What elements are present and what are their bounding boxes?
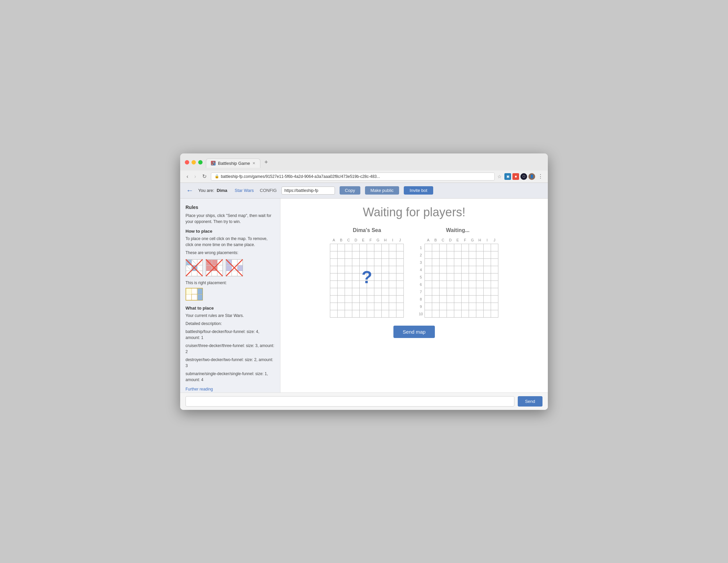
grid-cell[interactable] <box>424 296 432 303</box>
grid-cell[interactable] <box>352 251 360 259</box>
grid-cell[interactable] <box>461 251 469 259</box>
make-public-button[interactable]: Make public <box>365 186 399 195</box>
grid-cell[interactable] <box>469 310 476 318</box>
grid-cell[interactable] <box>360 310 367 318</box>
grid-cell[interactable] <box>389 303 396 310</box>
grid-cell[interactable] <box>491 281 498 288</box>
grid-cell[interactable] <box>374 296 382 303</box>
grid-cell[interactable] <box>424 310 432 318</box>
grid-cell[interactable] <box>382 251 389 259</box>
grid-cell[interactable] <box>374 266 382 273</box>
grid-cell[interactable] <box>345 281 352 288</box>
grid-cell[interactable] <box>483 259 491 266</box>
grid-cell[interactable] <box>367 259 374 266</box>
grid-cell[interactable] <box>461 244 469 251</box>
grid-cell[interactable] <box>424 266 432 273</box>
grid-cell[interactable] <box>382 288 389 296</box>
send-chat-button[interactable]: Send <box>518 396 542 407</box>
grid-cell[interactable] <box>491 266 498 273</box>
grid-cell[interactable] <box>374 251 382 259</box>
grid-cell[interactable] <box>330 288 338 296</box>
grid-cell[interactable] <box>330 281 338 288</box>
grid-cell[interactable] <box>424 281 432 288</box>
grid-cell[interactable] <box>454 266 461 273</box>
reload-button[interactable]: ↻ <box>201 173 208 180</box>
grid-cell[interactable] <box>330 259 338 266</box>
grid-cell[interactable] <box>483 296 491 303</box>
grid-cell[interactable] <box>469 244 476 251</box>
grid-cell[interactable] <box>360 259 367 266</box>
minimize-button[interactable] <box>192 160 196 164</box>
grid-cell[interactable] <box>447 281 454 288</box>
grid-cell[interactable] <box>439 251 447 259</box>
grid-cell[interactable] <box>389 251 396 259</box>
user-avatar[interactable]: 👤 <box>528 173 535 180</box>
grid-cell[interactable] <box>330 310 338 318</box>
grid-cell[interactable] <box>424 288 432 296</box>
grid-cell[interactable] <box>483 273 491 281</box>
grid-cell[interactable] <box>439 244 447 251</box>
back-to-lobby-button[interactable]: ← <box>186 186 194 195</box>
grid-cell[interactable] <box>389 288 396 296</box>
browser-menu-button[interactable]: ⋮ <box>538 173 543 180</box>
grid-cell[interactable] <box>330 244 338 251</box>
grid-cell[interactable] <box>491 251 498 259</box>
chat-input[interactable] <box>186 396 514 407</box>
grid-cell[interactable] <box>338 259 345 266</box>
grid-cell[interactable] <box>352 259 360 266</box>
grid-cell[interactable] <box>432 310 439 318</box>
grid-cell[interactable] <box>330 266 338 273</box>
grid-cell[interactable] <box>389 296 396 303</box>
grid-cell[interactable] <box>447 251 454 259</box>
grid-cell[interactable] <box>491 303 498 310</box>
grid-cell[interactable] <box>345 273 352 281</box>
grid-cell[interactable] <box>432 251 439 259</box>
grid-cell[interactable] <box>382 281 389 288</box>
new-tab-button[interactable]: + <box>261 157 271 168</box>
grid-cell[interactable] <box>461 288 469 296</box>
grid-cell[interactable] <box>367 303 374 310</box>
grid-cell[interactable] <box>439 281 447 288</box>
grid-cell[interactable] <box>345 251 352 259</box>
grid-cell[interactable] <box>476 303 483 310</box>
grid-cell[interactable] <box>360 244 367 251</box>
grid-cell[interactable] <box>338 310 345 318</box>
grid-cell[interactable] <box>476 266 483 273</box>
grid-cell[interactable] <box>374 281 382 288</box>
grid-cell[interactable] <box>439 296 447 303</box>
grid-cell[interactable] <box>396 251 404 259</box>
grid-cell[interactable] <box>389 281 396 288</box>
grid-cell[interactable] <box>338 296 345 303</box>
grid-cell[interactable] <box>461 273 469 281</box>
grid-cell[interactable] <box>439 310 447 318</box>
grid-cell[interactable] <box>382 259 389 266</box>
grid-cell[interactable] <box>491 273 498 281</box>
grid-cell[interactable] <box>454 273 461 281</box>
grid-cell[interactable] <box>389 310 396 318</box>
grid-cell[interactable] <box>396 273 404 281</box>
grid-cell[interactable] <box>439 266 447 273</box>
grid-cell[interactable] <box>424 244 432 251</box>
grid-cell[interactable] <box>352 288 360 296</box>
grid-cell[interactable] <box>382 244 389 251</box>
grid-cell[interactable] <box>454 281 461 288</box>
grid-cell[interactable] <box>352 244 360 251</box>
grid-cell[interactable] <box>439 303 447 310</box>
grid-cell[interactable] <box>345 310 352 318</box>
ext-icon-2[interactable]: ■ <box>512 173 519 180</box>
invite-bot-button[interactable]: Invite bot <box>404 186 434 195</box>
grid-cell[interactable] <box>476 273 483 281</box>
grid-cell[interactable] <box>439 273 447 281</box>
grid-cell[interactable] <box>461 259 469 266</box>
grid-cell[interactable] <box>424 259 432 266</box>
address-input[interactable]: 🔒 battleship-fp.com/games/91527e11-5f6b-… <box>211 173 495 181</box>
grid-cell[interactable] <box>454 296 461 303</box>
grid-cell[interactable] <box>447 288 454 296</box>
grid-cell[interactable] <box>382 273 389 281</box>
grid-cell[interactable] <box>345 288 352 296</box>
grid-cell[interactable] <box>389 273 396 281</box>
grid-cell[interactable] <box>454 303 461 310</box>
grid-cell[interactable] <box>447 303 454 310</box>
grid-cell[interactable] <box>338 244 345 251</box>
grid-cell[interactable] <box>374 303 382 310</box>
